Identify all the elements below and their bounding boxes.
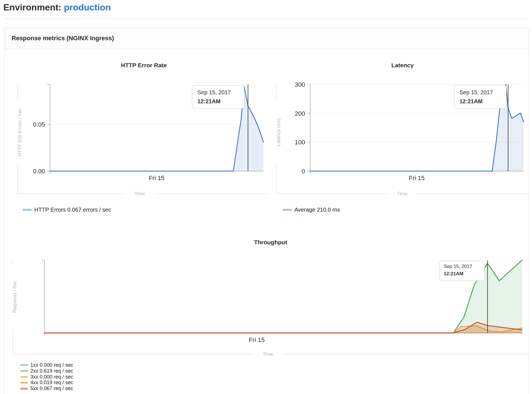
- legend-item: 2xx 0.619 req / sec: [20, 368, 73, 374]
- dashboard-page: Environment: production Response metrics…: [0, 0, 532, 394]
- legend-swatch: [20, 382, 28, 384]
- panel-heading: Response metrics (NGINX Ingress): [4, 28, 529, 49]
- legend-swatch: [20, 388, 28, 389]
- legend-label: 1xx 0.000 req / sec: [30, 362, 73, 368]
- legend-item: 5xx 0.067 req / sec: [20, 386, 73, 391]
- legend-item: 3xx 0.000 req / sec: [20, 374, 73, 380]
- tooltip-date: Sep 15, 2017: [444, 264, 484, 269]
- tooltip-time: 12:21AM: [197, 98, 244, 105]
- legend-swatch: [20, 376, 28, 378]
- legend-label: 2xx 0.619 req / sec: [30, 368, 73, 374]
- chart-title-throughput: Throughput: [13, 239, 529, 246]
- tooltip-time: 12:21AM: [444, 271, 484, 277]
- legend-swatch: [283, 209, 292, 211]
- legend-label: 5xx 0.067 req / sec: [30, 386, 73, 391]
- tooltip-latency: Sep 15, 2017 12:21AM: [454, 85, 506, 108]
- tooltip-time: 12:21AM: [459, 98, 506, 105]
- legend-throughput: 1xx 0.000 req / sec2xx 0.619 req / sec3x…: [20, 362, 73, 391]
- page-title: Environment: production: [3, 2, 111, 13]
- tooltip-date: Sep 15, 2017: [197, 89, 244, 96]
- legend-label: HTTP Errors 0.067 errors / sec: [34, 207, 111, 213]
- chart-title-http-error-rate: HTTP Error Rate: [18, 62, 270, 69]
- environment-link[interactable]: production: [64, 2, 111, 12]
- tooltip-throughput: Sep 15, 2017 12:21AM: [439, 261, 485, 281]
- legend-swatch: [22, 209, 32, 211]
- legend-label: 3xx 0.000 req / sec: [30, 374, 73, 380]
- environment-label: Environment:: [3, 2, 61, 12]
- legend-swatch: [20, 370, 28, 372]
- legend-swatch: [20, 364, 28, 366]
- legend-http-error-rate: HTTP Errors 0.067 errors / sec: [22, 206, 111, 213]
- chart-title-latency: Latency: [276, 62, 529, 69]
- legend-item: 1xx 0.000 req / sec: [20, 362, 73, 368]
- legend-label: Average 210.0 ms: [294, 207, 340, 213]
- tooltip-http-error-rate: Sep 15, 2017 12:21AM: [192, 85, 244, 108]
- legend-label: 4xx 0.019 req / sec: [30, 380, 73, 386]
- tooltip-date: Sep 15, 2017: [459, 89, 506, 96]
- legend-item: 4xx 0.019 req / sec: [20, 380, 73, 386]
- header-divider: [3, 19, 529, 19]
- legend-latency: Average 210.0 ms: [283, 206, 340, 213]
